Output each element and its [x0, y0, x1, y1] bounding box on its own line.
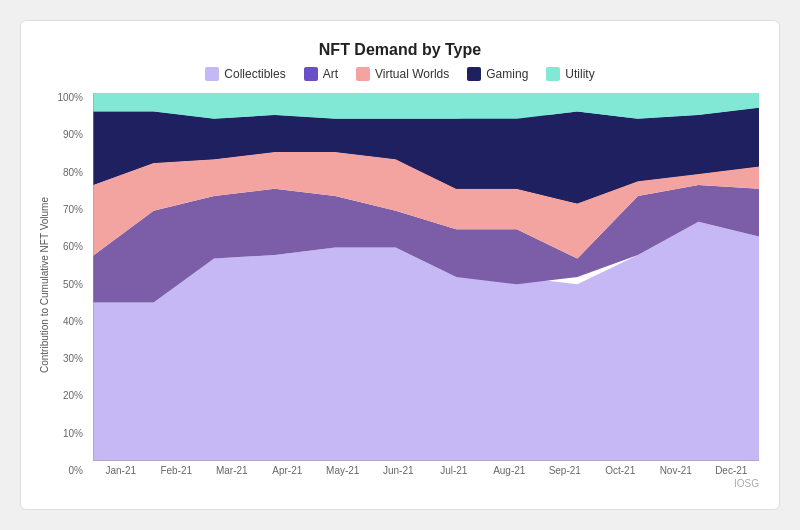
legend-color-gaming [467, 67, 481, 81]
y-axis-label: Contribution to Cumulative NFT Volume [39, 196, 50, 372]
legend-color-virtual-worlds [356, 67, 370, 81]
x-tick-jul: Jul-21 [426, 465, 482, 476]
y-tick-20: 20% [41, 391, 87, 401]
chart-svg [93, 93, 759, 461]
legend-label-virtual-worlds: Virtual Worlds [375, 67, 449, 81]
legend-label-art: Art [323, 67, 338, 81]
legend-color-collectibles [205, 67, 219, 81]
legend-item-gaming: Gaming [467, 67, 528, 81]
y-axis: Contribution to Cumulative NFT Volume 0%… [41, 93, 93, 476]
x-tick-aug: Aug-21 [482, 465, 538, 476]
y-tick-80: 80% [41, 168, 87, 178]
chart-legend: Collectibles Art Virtual Worlds Gaming U… [41, 67, 759, 81]
legend-color-utility [546, 67, 560, 81]
legend-item-utility: Utility [546, 67, 594, 81]
y-tick-90: 90% [41, 130, 87, 140]
y-tick-0: 0% [41, 466, 87, 476]
chart-main: Jan-21 Feb-21 Mar-21 Apr-21 May-21 Jun-2… [93, 93, 759, 476]
x-tick-oct: Oct-21 [593, 465, 649, 476]
y-tick-100: 100% [41, 93, 87, 103]
x-axis: Jan-21 Feb-21 Mar-21 Apr-21 May-21 Jun-2… [93, 461, 759, 476]
watermark: IOSG [41, 478, 759, 489]
legend-label-gaming: Gaming [486, 67, 528, 81]
x-tick-feb: Feb-21 [149, 465, 205, 476]
x-tick-may: May-21 [315, 465, 371, 476]
chart-title: NFT Demand by Type [41, 41, 759, 59]
legend-item-art: Art [304, 67, 338, 81]
x-tick-nov: Nov-21 [648, 465, 704, 476]
y-tick-10: 10% [41, 429, 87, 439]
x-tick-jan: Jan-21 [93, 465, 149, 476]
chart-container: NFT Demand by Type Collectibles Art Virt… [20, 20, 780, 510]
area-utility-fill [93, 93, 759, 119]
legend-color-art [304, 67, 318, 81]
legend-item-collectibles: Collectibles [205, 67, 285, 81]
legend-item-virtual-worlds: Virtual Worlds [356, 67, 449, 81]
x-tick-dec: Dec-21 [704, 465, 760, 476]
legend-label-utility: Utility [565, 67, 594, 81]
x-tick-apr: Apr-21 [260, 465, 316, 476]
chart-area: Contribution to Cumulative NFT Volume 0%… [41, 93, 759, 476]
legend-label-collectibles: Collectibles [224, 67, 285, 81]
x-tick-jun: Jun-21 [371, 465, 427, 476]
x-tick-mar: Mar-21 [204, 465, 260, 476]
x-tick-sep: Sep-21 [537, 465, 593, 476]
